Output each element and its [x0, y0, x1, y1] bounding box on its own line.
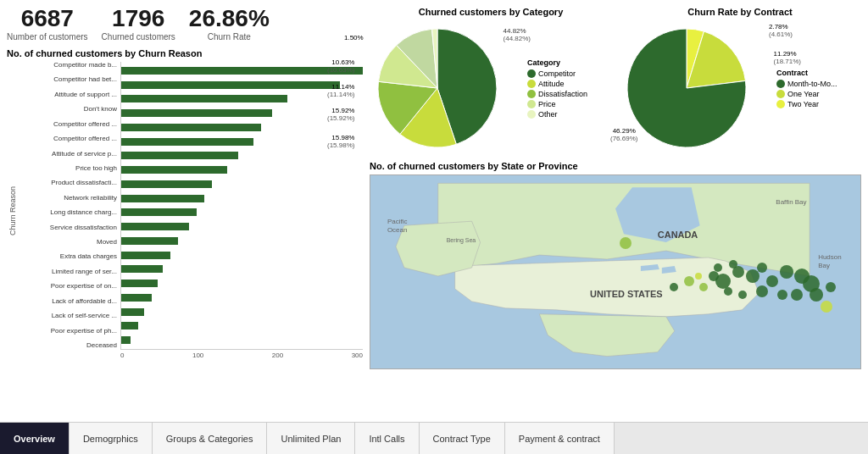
bar-row-11 — [121, 222, 363, 232]
kpi-row: 6687 Number of customers 1796 Churned cu… — [7, 7, 363, 42]
main-content: 6687 Number of customers 1796 Churned cu… — [0, 0, 868, 422]
bar-row-12 — [121, 235, 363, 246]
tab-0[interactable]: Overview — [0, 423, 70, 454]
bar-label-13: Extra data charges — [19, 253, 117, 261]
bar-row-8 — [121, 179, 363, 189]
tab-1[interactable]: Demogr­phics — [70, 423, 153, 454]
bar-fill-18 — [121, 322, 138, 329]
kpi-churned-value: 1796 — [102, 7, 175, 30]
right-panel: Churned customers by Category 44.82% (44… — [370, 7, 861, 415]
bar-fill-7 — [121, 166, 227, 174]
pie2-section: Churn Rate by Contract 2.78% (4.61%) 11.… — [619, 7, 861, 156]
bar-y-axis: Competitor made b...Competitor had bet..… — [19, 62, 120, 350]
map-section: No. of churned customers by State or Pro… — [370, 161, 861, 415]
tab-4[interactable]: Intl Calls — [355, 423, 419, 454]
legend-label-2: Dissatisfaction — [538, 90, 587, 98]
bar-row-6 — [121, 151, 363, 161]
pie1-label-4a: 11.14% — [327, 83, 354, 91]
pie1-svg — [370, 20, 505, 156]
map-dots-container — [370, 175, 860, 368]
map-dot-12 — [777, 290, 787, 300]
bar-row-15 — [121, 279, 363, 289]
legend-color-3 — [527, 100, 536, 108]
bar-fill-14 — [121, 265, 163, 273]
bar-fill-5 — [121, 138, 253, 146]
bar-chart-title: No. of churned customers by Churn Reason — [7, 48, 363, 58]
bar-y-axis-label: Churn Reason — [7, 62, 19, 359]
pie1-label-2a: 15.98% — [327, 134, 354, 141]
left-panel: 6687 Number of customers 1796 Churned cu… — [7, 7, 363, 415]
map-dot-4 — [746, 269, 760, 283]
bar-label-17: Lack of self-service ... — [19, 313, 117, 320]
pie2-container: 2.78% (4.61%) 11.29% (18.71%) 46.29% (76… — [619, 20, 861, 156]
bar-label-14: Limited range of ser... — [19, 269, 117, 276]
bar-row-16 — [121, 292, 363, 302]
tab-3[interactable]: Unlimited Plan — [267, 423, 355, 454]
x-tick: 0 — [120, 352, 124, 359]
legend-label-1: Attitude — [538, 80, 565, 88]
pie2-lbl-2b: (18.71%) — [774, 58, 801, 65]
charts-row: Churned customers by Category 44.82% (44… — [370, 7, 861, 156]
kpi-churnrate-value: 26.86% — [189, 7, 270, 30]
legend-label-2: Two Year — [787, 100, 819, 108]
map-dot-15 — [724, 287, 732, 296]
x-tick: 100 — [192, 352, 203, 359]
bar-label-16: Lack of affordable d... — [19, 298, 117, 306]
pie2-legend-item-2: Two Year — [776, 100, 837, 108]
pie1-legend: Competitor Attitude Dissatisfaction Pric… — [527, 69, 587, 119]
kpi-customers: 6687 Number of customers — [7, 7, 88, 42]
bar-label-9: Network reliability — [19, 195, 117, 202]
bar-label-7: Price too high — [19, 165, 117, 173]
pie1-legend-title: Category — [527, 58, 587, 67]
x-tick: 300 — [352, 352, 363, 359]
kpi-churnrate: 26.86% Churn Rate — [189, 7, 270, 42]
bar-fill-6 — [121, 152, 238, 159]
bar-label-3: Don't know — [19, 106, 117, 114]
bar-row-9 — [121, 193, 363, 203]
pie2-legend-item-0: Month-to-Mo... — [776, 80, 837, 88]
bar-row-19 — [121, 335, 363, 346]
bar-label-10: Long distance charg... — [19, 209, 117, 217]
map-dot-16 — [699, 283, 708, 291]
bar-row-18 — [121, 321, 363, 331]
legend-color-0 — [527, 69, 536, 78]
bar-chart-section: No. of churned customers by Churn Reason… — [7, 48, 363, 359]
kpi-customers-label: Number of customers — [7, 32, 88, 42]
bar-fill-12 — [121, 237, 178, 245]
tab-6[interactable]: Payment & contract — [505, 423, 615, 454]
map-title: No. of churned customers by State or Pro… — [370, 161, 861, 171]
pie1-title: Churned customers by Category — [370, 7, 612, 17]
map-dot-19 — [821, 301, 832, 313]
bar-row-10 — [121, 208, 363, 218]
x-tick: 200 — [272, 352, 283, 359]
bar-label-5: Competitor offered ... — [19, 136, 117, 143]
pie1-label-1b: (44.82%) — [504, 35, 531, 42]
pie2-lbl-1: 2.78% — [769, 23, 793, 30]
map-dot-10 — [810, 288, 823, 302]
legend-label-0: Competitor — [538, 69, 576, 78]
map-dot-18 — [670, 283, 678, 291]
bar-fill-9 — [121, 195, 204, 202]
map-dot-5 — [757, 263, 767, 273]
legend-color-1 — [527, 80, 536, 88]
pie1-label-4b: (11.14%) — [327, 91, 354, 98]
bar-fill-17 — [121, 308, 144, 316]
bars-wrapper — [121, 62, 363, 349]
x-axis: 0100200300 — [120, 352, 363, 359]
kpi-churned: 1796 Churned customers — [102, 7, 175, 42]
bar-label-2: Attitude of support ... — [19, 91, 117, 99]
bar-fill-15 — [121, 280, 158, 287]
legend-label-1: One Year — [787, 90, 820, 98]
pie1-label-2b: (15.98%) — [327, 141, 354, 149]
bar-label-8: Product dissatisfacti... — [19, 180, 117, 187]
bar-fill-2 — [121, 95, 287, 102]
bar-fill-11 — [121, 223, 189, 230]
map-dot-11 — [791, 289, 803, 301]
pie2-lbl-3b: (76.69%) — [610, 135, 637, 142]
tab-5[interactable]: Contract Type — [420, 423, 505, 454]
dashboard: 6687 Number of customers 1796 Churned cu… — [0, 0, 868, 454]
bar-fill-19 — [121, 336, 131, 344]
pie2-legend-title: Contract — [776, 69, 837, 77]
pie1-label-5b: (10.63%) — [327, 66, 354, 74]
tab-2[interactable]: Groups & Categories — [153, 423, 268, 454]
